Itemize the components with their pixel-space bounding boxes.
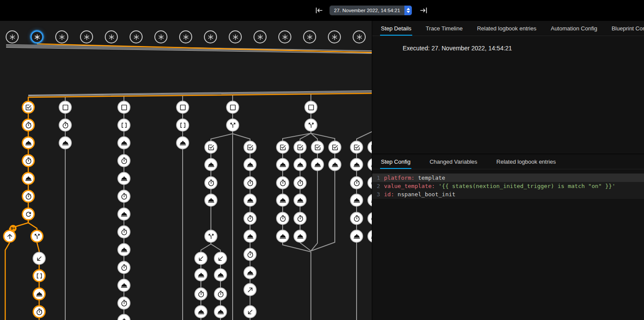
node-checkbox-marked[interactable] xyxy=(276,141,289,154)
node-timer[interactable] xyxy=(117,297,130,310)
node-checkbox-marked[interactable] xyxy=(22,101,35,114)
trigger-node-13[interactable] xyxy=(328,30,341,43)
trigger-node-10[interactable] xyxy=(254,30,267,43)
trigger-node-14[interactable] xyxy=(353,30,366,43)
previous-run-button[interactable] xyxy=(314,6,324,15)
node-code-brackets[interactable] xyxy=(33,269,46,282)
node-dome[interactable] xyxy=(350,194,363,207)
node-dome[interactable] xyxy=(350,158,363,171)
node-checkbox-blank[interactable] xyxy=(117,101,130,114)
tab-related-logbook-entries[interactable]: Related logbook entries xyxy=(477,21,537,36)
node-dome[interactable] xyxy=(311,158,324,171)
node-checkbox-marked[interactable] xyxy=(328,141,341,154)
node-checkbox-marked[interactable] xyxy=(244,141,257,154)
node-call-split[interactable] xyxy=(226,119,239,132)
node-checkbox-blank[interactable] xyxy=(176,101,189,114)
node-dome[interactable] xyxy=(117,136,130,149)
tab-changed-variables[interactable]: Changed Variables xyxy=(430,154,477,169)
node-refresh[interactable] xyxy=(22,208,35,221)
trigger-node-4[interactable] xyxy=(105,30,118,43)
node-arrow-bottom-left[interactable] xyxy=(244,305,257,318)
node-timer[interactable] xyxy=(117,154,130,167)
trigger-node-7[interactable] xyxy=(179,30,192,43)
node-arrow-bottom-left[interactable] xyxy=(33,252,46,265)
node-dome[interactable] xyxy=(194,305,207,318)
node-timer[interactable] xyxy=(59,119,72,132)
trigger-node-0[interactable] xyxy=(6,30,19,43)
node-dome[interactable] xyxy=(244,266,257,279)
trigger-node-2[interactable] xyxy=(55,30,68,43)
node-dome[interactable] xyxy=(244,194,257,207)
node-timer[interactable] xyxy=(117,225,130,238)
node-timer[interactable] xyxy=(117,261,130,274)
node-call-split[interactable] xyxy=(204,230,217,243)
code-line-2[interactable]: 2value_template: '{{ states(nextion_init… xyxy=(372,182,644,190)
node-dome[interactable] xyxy=(276,194,289,207)
node-timer[interactable] xyxy=(33,305,46,318)
next-run-button[interactable] xyxy=(418,6,429,15)
node-code-brackets[interactable] xyxy=(117,119,130,132)
node-timer[interactable] xyxy=(350,212,363,225)
node-dome[interactable] xyxy=(117,208,130,221)
node-dome[interactable] xyxy=(22,136,35,149)
node-dome[interactable] xyxy=(194,268,207,281)
node-dome[interactable] xyxy=(276,158,289,171)
node-dome[interactable] xyxy=(33,287,46,300)
node-timer[interactable] xyxy=(22,190,35,203)
node-dome[interactable] xyxy=(22,172,35,185)
node-arrow-bottom-left[interactable] xyxy=(214,252,227,265)
node-dome[interactable] xyxy=(328,158,341,171)
node-timer[interactable] xyxy=(276,212,289,225)
trigger-node-6[interactable] xyxy=(154,30,167,43)
node-dome[interactable] xyxy=(276,230,289,243)
node-timer[interactable] xyxy=(22,154,35,167)
node-dome[interactable] xyxy=(117,279,130,292)
node-timer[interactable] xyxy=(117,190,130,203)
yaml-code-editor[interactable]: 1platform: template2value_template: '{{ … xyxy=(372,173,644,199)
tab-automation-config[interactable]: Automation Config xyxy=(551,21,597,36)
node-timer[interactable] xyxy=(214,287,227,300)
node-dome[interactable] xyxy=(244,230,257,243)
node-timer[interactable] xyxy=(294,176,307,189)
code-line-1[interactable]: 1platform: template xyxy=(372,174,644,182)
node-dome[interactable] xyxy=(214,268,227,281)
node-checkbox-marked[interactable] xyxy=(294,141,307,154)
node-call-made[interactable] xyxy=(244,283,257,296)
node-dome[interactable] xyxy=(204,194,217,207)
trigger-node-11[interactable] xyxy=(278,30,291,43)
node-timer[interactable] xyxy=(204,176,217,189)
tab-step-details[interactable]: Step Details xyxy=(381,21,411,36)
node-timer[interactable] xyxy=(350,176,363,189)
node-dome[interactable] xyxy=(117,243,130,256)
node-call-split[interactable] xyxy=(30,230,43,243)
trigger-node-8[interactable] xyxy=(204,30,217,43)
node-timer[interactable] xyxy=(244,212,257,225)
trigger-node-5[interactable] xyxy=(130,30,143,43)
node-code-brackets[interactable] xyxy=(176,119,189,132)
code-line-3[interactable]: 3id: nspanel_boot_init xyxy=(372,190,644,198)
trigger-node-12[interactable] xyxy=(303,30,316,43)
node-dome[interactable] xyxy=(59,136,72,149)
node-dome[interactable] xyxy=(294,194,307,207)
node-dome[interactable] xyxy=(350,230,363,243)
node-checkbox-blank[interactable] xyxy=(304,101,317,114)
node-call-split[interactable] xyxy=(304,119,317,132)
node-timer[interactable] xyxy=(22,119,35,132)
node-arrow-bottom-left[interactable] xyxy=(194,252,207,265)
tab-step-config[interactable]: Step Config xyxy=(381,154,410,169)
node-checkbox-blank[interactable] xyxy=(226,101,239,114)
trigger-node-active[interactable] xyxy=(30,30,43,43)
node-timer[interactable] xyxy=(276,176,289,189)
tab-related-logbook-entries[interactable]: Related logbook entries xyxy=(497,154,556,169)
run-selector[interactable]: 27. November 2022, 14:54:21 xyxy=(330,6,412,15)
tab-trace-timeline[interactable]: Trace Timeline xyxy=(426,21,463,36)
node-dome[interactable] xyxy=(294,158,307,171)
node-timer[interactable] xyxy=(194,287,207,300)
node-dome[interactable] xyxy=(176,136,189,149)
node-timer[interactable] xyxy=(244,176,257,189)
node-dome[interactable] xyxy=(294,230,307,243)
node-dome[interactable] xyxy=(117,172,130,185)
trigger-node-3[interactable] xyxy=(80,30,93,43)
tab-blueprint-config[interactable]: Blueprint Config xyxy=(611,21,644,36)
node-checkbox-marked[interactable] xyxy=(311,141,324,154)
